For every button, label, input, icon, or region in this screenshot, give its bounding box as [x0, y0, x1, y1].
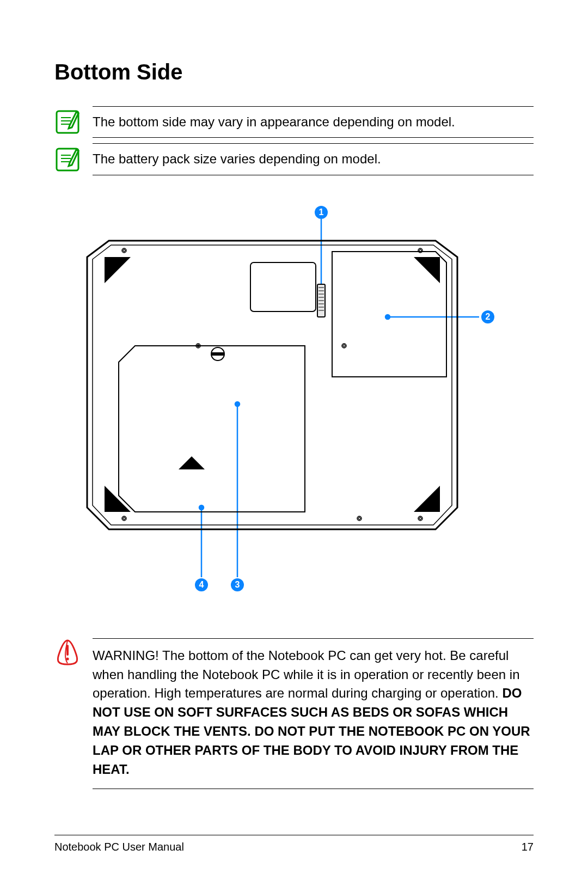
note-row: The battery pack size varies depending o…: [54, 143, 534, 175]
note-text: The bottom side may vary in appearance d…: [93, 106, 534, 138]
svg-marker-32: [105, 257, 131, 283]
svg-point-17: [199, 505, 204, 510]
note-row: The bottom side may vary in appearance d…: [54, 106, 534, 138]
callout-badge-2: 2: [481, 310, 494, 323]
footer-page-number: 17: [522, 841, 534, 853]
svg-marker-33: [414, 257, 440, 283]
callout-badge-4: 4: [195, 578, 208, 591]
svg-rect-36: [250, 262, 316, 311]
svg-point-23: [123, 517, 125, 520]
svg-marker-35: [414, 486, 440, 512]
note-text: The battery pack size varies depending o…: [93, 143, 534, 175]
svg-marker-48: [179, 456, 205, 469]
footer-doc-title: Notebook PC User Manual: [54, 841, 184, 853]
warning-block: WARNING! The bottom of the Notebook PC c…: [54, 638, 534, 790]
svg-point-24: [357, 516, 362, 521]
svg-point-27: [419, 517, 421, 520]
svg-rect-47: [212, 353, 223, 355]
note-icon: [54, 109, 81, 135]
warning-text: WARNING! The bottom of the Notebook PC c…: [93, 638, 534, 790]
svg-point-26: [418, 516, 422, 521]
callout-badge-1: 1: [315, 206, 328, 219]
note-icon: [54, 146, 81, 173]
page-footer: Notebook PC User Manual 17: [54, 835, 534, 853]
svg-point-50: [66, 657, 69, 660]
svg-point-22: [122, 516, 126, 521]
svg-point-25: [358, 517, 360, 520]
svg-point-30: [342, 344, 346, 348]
laptop-bottom-diagram: 1 2 3 4: [54, 203, 534, 595]
svg-point-13: [385, 315, 390, 319]
svg-point-18: [122, 248, 126, 253]
page-title: Bottom Side: [54, 60, 534, 84]
warning-text-normal: WARNING! The bottom of the Notebook PC c…: [93, 648, 519, 701]
svg-point-15: [235, 402, 240, 406]
svg-point-31: [343, 345, 345, 347]
warning-icon: [54, 638, 81, 790]
svg-point-19: [123, 249, 125, 252]
callout-badge-3: 3: [231, 578, 244, 591]
svg-marker-34: [105, 486, 131, 512]
